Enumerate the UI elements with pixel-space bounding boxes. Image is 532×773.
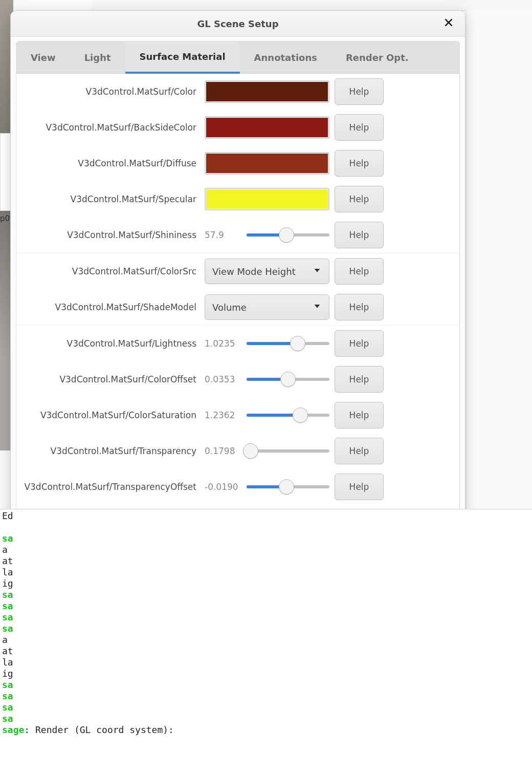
tab-annotations[interactable]: Annotations (240, 41, 331, 73)
console-line: la (2, 657, 530, 668)
prop-row-transparency: V3dControl.MatSurf/Transparency0.1798Hel… (16, 433, 459, 469)
prop-label-diffuse: V3dControl.MatSurf/Diffuse (20, 158, 199, 168)
bg-toolbar (92, 0, 532, 11)
slider-cell-shininess: 57.9 (205, 227, 329, 243)
select-colorsrc[interactable]: View Mode Height (205, 259, 329, 284)
dialog-titlebar[interactable]: GL Scene Setup (11, 11, 465, 37)
prop-row-backsidecolor: V3dControl.MatSurf/BackSideColorHelp (16, 110, 459, 145)
console-line: sage: Render (GL coord system): (2, 724, 530, 736)
tab-view[interactable]: View (16, 41, 70, 73)
console-line: sa (2, 623, 530, 634)
value-lightness: 1.0235 (205, 338, 240, 349)
slider-thumb-coloroffset[interactable] (280, 372, 296, 387)
slider-transparency[interactable] (247, 443, 329, 459)
help-button-colorsat[interactable]: Help (335, 402, 384, 428)
select-value-shademodel: Volume (212, 302, 247, 313)
help-button-color[interactable]: Help (335, 78, 384, 105)
value-transparency: 0.1798 (205, 446, 240, 456)
slider-thumb-transparency[interactable] (243, 443, 258, 459)
slider-thumb-colorsat[interactable] (293, 407, 308, 423)
prop-label-lightness: V3dControl.MatSurf/Lightness (20, 338, 199, 349)
help-button-transpoffset[interactable]: Help (335, 474, 384, 500)
chevron-down-icon (313, 302, 322, 313)
color-swatch-color[interactable] (205, 80, 329, 103)
value-coloroffset: 0.0353 (205, 374, 240, 384)
tabbar: ViewLightSurface MaterialAnnotationsRend… (16, 41, 459, 74)
prop-label-backsidecolor: V3dControl.MatSurf/BackSideColor (20, 122, 199, 133)
help-button-coloroffset[interactable]: Help (335, 366, 384, 393)
prop-label-coloroffset: V3dControl.MatSurf/ColorOffset (20, 374, 199, 384)
chevron-down-icon (313, 266, 322, 277)
slider-thumb-lightness[interactable] (290, 336, 305, 351)
slider-cell-transpoffset: -0.0190 (205, 479, 329, 495)
console-line: at (2, 646, 530, 657)
console-line: a (2, 634, 530, 646)
tab-surface-material[interactable]: Surface Material (125, 41, 240, 74)
console-line: a (2, 544, 530, 555)
help-button-transparency[interactable]: Help (335, 438, 384, 464)
prop-row-diffuse: V3dControl.MatSurf/DiffuseHelp (16, 145, 459, 181)
slider-cell-transparency: 0.1798 (205, 443, 329, 459)
slider-thumb-shininess[interactable] (279, 227, 294, 243)
prop-row-colorsrc: V3dControl.MatSurf/ColorSrcView Mode Hei… (16, 253, 459, 289)
prop-label-shademodel: V3dControl.MatSurf/ShadeModel (20, 302, 199, 312)
console-line: ig (2, 668, 530, 679)
help-button-colorsrc[interactable]: Help (335, 258, 384, 285)
color-swatch-backsidecolor[interactable] (205, 116, 329, 139)
slider-colorsat[interactable] (247, 407, 329, 423)
slider-cell-coloroffset: 0.0353 (205, 371, 329, 388)
bg-decor-strip2 (0, 133, 11, 211)
prop-label-shininess: V3dControl.MatSurf/Shininess (20, 230, 199, 240)
slider-thumb-transpoffset[interactable] (279, 479, 294, 495)
prop-row-color: V3dControl.MatSurf/ColorHelp (16, 74, 459, 110)
console-line: sa (2, 713, 530, 724)
console-line: sa (2, 679, 530, 691)
prop-row-shininess: V3dControl.MatSurf/Shininess57.9Help (16, 217, 459, 253)
color-swatch-specular[interactable] (205, 188, 329, 210)
console-line: sa (2, 612, 530, 623)
prop-label-specular: V3dControl.MatSurf/Specular (20, 194, 199, 204)
prop-label-transparency: V3dControl.MatSurf/Transparency (20, 446, 199, 456)
prop-label-colorsrc: V3dControl.MatSurf/ColorSrc (20, 266, 199, 276)
console-line (2, 522, 530, 533)
console-line: ig (2, 578, 530, 589)
slider-cell-colorsat: 1.2362 (205, 407, 329, 423)
select-shademodel[interactable]: Volume (205, 294, 329, 320)
console-line: sa (2, 589, 530, 600)
prop-label-colorsat: V3dControl.MatSurf/ColorSaturation (20, 410, 199, 420)
value-colorsat: 1.2362 (205, 410, 240, 420)
console-line: at (2, 555, 530, 567)
tab-light[interactable]: Light (70, 41, 125, 73)
value-shininess: 57.9 (205, 230, 240, 240)
select-value-colorsrc: View Mode Height (212, 266, 296, 277)
slider-lightness[interactable] (247, 335, 329, 352)
prop-row-lightness: V3dControl.MatSurf/Lightness1.0235Help (16, 326, 459, 361)
prop-row-coloroffset: V3dControl.MatSurf/ColorOffset0.0353Help (16, 361, 459, 397)
prop-row-shademodel: V3dControl.MatSurf/ShadeModelVolumeHelp (16, 289, 459, 325)
tab-render-opt[interactable]: Render Opt. (331, 41, 423, 73)
slider-shininess[interactable] (247, 227, 329, 243)
console-line: sa (2, 533, 530, 544)
help-button-shininess[interactable]: Help (335, 222, 384, 248)
color-swatch-diffuse[interactable] (205, 152, 329, 175)
help-button-specular[interactable]: Help (335, 186, 384, 212)
slider-transpoffset[interactable] (247, 479, 329, 495)
console-line: sa (2, 702, 530, 713)
console-output: Ed saaatlaigsasasasaaatlaigsasasasasage:… (0, 509, 532, 773)
console-line: Ed (2, 510, 530, 522)
help-button-shademodel[interactable]: Help (335, 294, 384, 320)
console-line: sa (2, 600, 530, 612)
close-icon (444, 17, 454, 30)
prop-row-transpoffset: V3dControl.MatSurf/TransparencyOffset-0.… (16, 469, 459, 505)
console-line: la (2, 567, 530, 578)
slider-coloroffset[interactable] (247, 371, 329, 388)
close-button[interactable] (439, 14, 458, 33)
slider-cell-lightness: 1.0235 (205, 335, 329, 352)
value-transpoffset: -0.0190 (205, 482, 240, 492)
bg-text: p0 (0, 214, 10, 223)
prop-label-color: V3dControl.MatSurf/Color (20, 87, 199, 97)
console-line: sa (2, 691, 530, 702)
help-button-backsidecolor[interactable]: Help (335, 114, 384, 141)
help-button-lightness[interactable]: Help (335, 330, 384, 357)
help-button-diffuse[interactable]: Help (335, 150, 384, 177)
